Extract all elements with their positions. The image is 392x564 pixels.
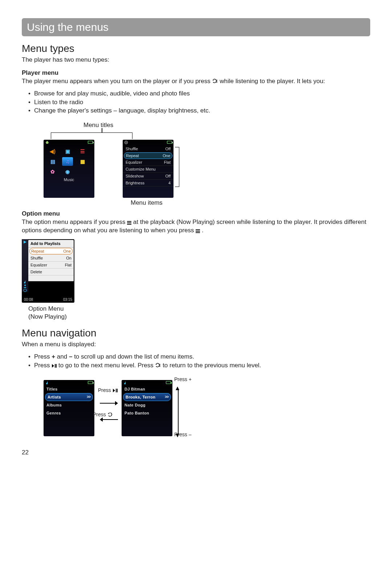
menu-icon xyxy=(196,229,200,233)
option-sidebar xyxy=(22,239,28,292)
video-icon: ▣ xyxy=(62,147,73,156)
option-caption: Option Menu (Now Playing) xyxy=(28,305,370,321)
time-elapsed: 00:08 xyxy=(24,298,33,302)
option-row xyxy=(28,275,74,281)
txt: to scroll up and down the list of menu i… xyxy=(72,353,194,360)
txt: Press xyxy=(34,353,52,360)
option-time: 00:08 03:15 xyxy=(24,298,72,302)
settings-screen: ShuffleOff RepeatOne EqualizerFlat Custo… xyxy=(123,140,173,198)
press-minus-label: Press – xyxy=(174,432,191,437)
settings-row: SlideshowOff xyxy=(123,173,173,180)
player-menu-heading: Player menu xyxy=(22,69,370,77)
txt: to go to the next menu level. Press xyxy=(58,362,155,369)
svg-rect-15 xyxy=(159,364,160,364)
settings-row: Brightness4 xyxy=(123,180,173,187)
music-note-icon xyxy=(45,381,49,384)
option-menu-text: The option menu appears if you press at … xyxy=(22,218,370,235)
menu-icon xyxy=(127,221,131,225)
nav-row: Albums xyxy=(44,401,94,409)
arrow-right-icon xyxy=(100,398,118,408)
empty-icon xyxy=(77,167,88,176)
settings-row: ShuffleOff xyxy=(123,146,173,152)
row-value: Off xyxy=(166,174,171,178)
row-value: Off xyxy=(166,147,171,151)
svg-rect-13 xyxy=(55,364,56,368)
svg-point-11 xyxy=(24,285,26,286)
double-arrow-vertical xyxy=(177,387,179,437)
title-bar: Using the menus xyxy=(22,18,370,36)
status-bar xyxy=(44,380,94,385)
back-icon xyxy=(155,363,161,368)
row-label: Shuffle xyxy=(126,147,138,151)
list-item: Browse for and play music, audible, vide… xyxy=(28,89,370,98)
svg-rect-0 xyxy=(216,80,217,80)
svg-rect-2 xyxy=(216,82,217,82)
nav-bullets: Press + and – to scroll up and down the … xyxy=(22,352,370,370)
svg-rect-19 xyxy=(117,389,118,392)
option-menu-heading: Option menu xyxy=(22,210,370,217)
settings-row-selected: RepeatOne xyxy=(124,152,172,159)
status-bar xyxy=(122,380,172,385)
option-row-selected: RepeatOne xyxy=(29,248,73,254)
battery-icon xyxy=(166,381,171,384)
nav-row: Pato Banton xyxy=(122,409,172,417)
person-icon xyxy=(23,284,27,288)
nav-row: Titles xyxy=(44,385,94,393)
home-footer-label: Music xyxy=(44,177,94,182)
battery-icon xyxy=(88,141,93,144)
nav-row-selected: Artists>> xyxy=(45,393,93,401)
list-item: Press + and – to scroll up and down the … xyxy=(28,352,370,361)
page-number: 22 xyxy=(22,449,370,456)
home-icon xyxy=(45,140,49,144)
favorites-icon: ◉ xyxy=(62,167,73,176)
row-label: Equalizer xyxy=(126,160,142,164)
battery-icon xyxy=(167,141,172,144)
caption-line-1: Option Menu xyxy=(28,305,64,312)
option-row: ShuffleOn xyxy=(28,255,74,262)
status-bar xyxy=(44,140,94,145)
gear-icon xyxy=(124,140,128,144)
list-item: Listen to the radio xyxy=(28,98,370,107)
status-bar xyxy=(123,140,173,145)
txt: Press xyxy=(98,387,111,393)
radio-icon: ☰ xyxy=(77,147,88,156)
row-value: Flat xyxy=(65,263,72,267)
svg-rect-9 xyxy=(196,231,200,232)
menu-titles-diagram: Menu titles ◀) ▣ ☰ ▤ ♫ ▦ ✿ ◉ Music Shuff… xyxy=(22,122,370,205)
settings-list: ShuffleOff RepeatOne EqualizerFlat Custo… xyxy=(123,145,173,187)
nav-diagram: Titles Artists>> Albums Genres DJ Bitman… xyxy=(22,376,370,438)
music-icon: ♫ xyxy=(62,157,73,166)
press-play-label: Press xyxy=(98,387,118,393)
arrow-left-icon xyxy=(100,414,118,425)
row-label: Repeat xyxy=(31,249,44,253)
nav-row-selected: Brooks, Terron>> xyxy=(123,393,171,401)
chevron-right-icon: >> xyxy=(87,395,90,399)
row-label: Slideshow xyxy=(126,174,144,178)
plus-symbol: + xyxy=(52,353,55,360)
option-panel: Add to Playlists RepeatOne ShuffleOn Equ… xyxy=(28,240,74,281)
list-item: Change the player's settings – language,… xyxy=(28,106,370,115)
music-note-icon xyxy=(23,280,27,283)
svg-rect-18 xyxy=(116,389,117,392)
nav-row: Genres xyxy=(44,409,94,417)
arrow-up-icon xyxy=(176,387,179,390)
row-label: Equalizer xyxy=(30,263,47,267)
txt: Press xyxy=(34,362,52,369)
press-plus-label: Press + xyxy=(174,376,192,382)
music-note-icon xyxy=(123,381,127,384)
svg-rect-16 xyxy=(159,365,160,365)
svg-point-12 xyxy=(24,289,26,292)
player-menu-bullets: Browse for and play music, audible, vide… xyxy=(22,89,370,115)
play-pause-icon xyxy=(113,388,118,393)
row-value: On xyxy=(66,256,72,260)
row-label: Artists xyxy=(48,395,61,399)
nav-row: DJ Bitman xyxy=(122,385,172,393)
list-item: Press to go to the next menu level. Pres… xyxy=(28,361,370,370)
battery-icon xyxy=(88,381,93,384)
nav-row: Nate Dogg xyxy=(122,401,172,409)
heading-menu-types: Menu types xyxy=(22,43,370,54)
option-header: Add to Playlists xyxy=(28,240,74,248)
row-value: One xyxy=(63,249,71,253)
row-label: Customize Menu xyxy=(126,167,156,171)
settings-row: EqualizerFlat xyxy=(123,159,173,166)
